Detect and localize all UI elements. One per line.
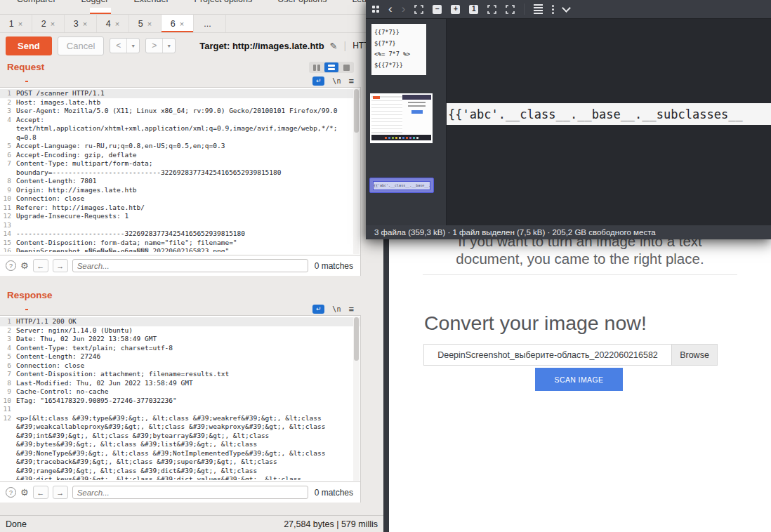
image-viewer-status-bar: 3 файла (359,3 kB) · 1 файл выделен (7,5… (366, 225, 771, 239)
scrollbar-thumb[interactable] (354, 317, 359, 361)
request-scrollbar[interactable] (353, 88, 360, 254)
burp-main-tab[interactable] (111, 8, 132, 14)
word-wrap-icon[interactable]: ↵ (312, 305, 324, 314)
response-scrollbar[interactable] (353, 317, 360, 481)
gear-icon[interactable]: ⚙ (20, 487, 29, 498)
grid-view-icon[interactable] (372, 6, 379, 13)
line-text: POST /scanner HTTP/1.1 (16, 89, 105, 98)
convert-heading: Convert your image now! (424, 312, 647, 335)
nav-back-icon[interactable]: ‹ (388, 3, 393, 15)
search-next-button[interactable]: → (53, 259, 68, 272)
response-view-tab[interactable] (25, 307, 28, 310)
chevron-down-icon[interactable]: ▼ (126, 39, 139, 53)
nav-forward-icon[interactable]: › (402, 3, 406, 15)
repeater-tab[interactable]: 3× (65, 15, 97, 32)
editor-menu-icon[interactable]: ≡ (348, 76, 354, 86)
panel-splitter[interactable] (0, 276, 383, 286)
columns-layout-icon[interactable] (310, 62, 324, 72)
line-text: q=0.8 (16, 133, 37, 142)
response-view-tab[interactable] (62, 307, 65, 310)
browse-button[interactable]: Browse (671, 345, 717, 365)
burp-main-tabs (0, 8, 383, 15)
response-editor[interactable]: 1HTTP/1.1 200 OK 2Server: nginx/1.14.0 (… (0, 315, 361, 482)
close-tab-icon[interactable]: × (180, 20, 184, 28)
collapse-icon[interactable] (562, 4, 571, 13)
search-input[interactable] (72, 259, 308, 272)
zoom-out-icon[interactable]: − (433, 5, 442, 14)
request-view-tab[interactable] (7, 79, 10, 82)
burp-top-tab[interactable]: Extender (134, 0, 169, 4)
search-next-button[interactable]: → (53, 486, 68, 499)
close-tab-icon[interactable]: × (51, 20, 55, 28)
request-view-tab[interactable] (25, 79, 28, 82)
burp-main-tab[interactable] (90, 8, 111, 14)
response-view-tab[interactable] (7, 307, 10, 310)
line-text: Content-Disposition: form-data; name="fi… (16, 239, 237, 248)
mini-webpage-pane (402, 95, 431, 135)
zoom-original-icon[interactable]: 1 (469, 5, 478, 14)
help-icon[interactable]: ? (6, 260, 16, 271)
burp-main-tab[interactable] (48, 8, 69, 14)
request-view-tabs: ↵ \n ≡ (0, 74, 361, 87)
scrollbar-thumb[interactable] (354, 89, 359, 133)
chevron-down-icon[interactable]: ▼ (162, 39, 175, 53)
fit-window-icon[interactable] (414, 5, 423, 14)
help-icon[interactable]: ? (6, 487, 16, 498)
word-wrap-icon[interactable]: ↵ (312, 77, 324, 86)
thumbnail-screenshot[interactable] (370, 93, 433, 143)
burp-main-tab[interactable] (69, 8, 90, 14)
rows-layout-icon[interactable] (324, 62, 338, 72)
fit-width-icon[interactable] (487, 5, 496, 14)
line-text: Cache-Control: no-cache (16, 387, 109, 397)
line-number (0, 124, 11, 133)
newline-toggle-icon[interactable]: \n (332, 77, 341, 85)
search-prev-button[interactable]: ← (33, 259, 48, 272)
line-number: 1 (0, 317, 11, 326)
line-number: 2 (0, 326, 11, 335)
zoomed-image-band: {{'abc'.__class__.__base__.__subclasses_… (447, 103, 771, 125)
editor-menu-icon[interactable]: ≡ (348, 304, 354, 314)
scan-image-button[interactable]: SCAN IMAGE (535, 368, 623, 391)
file-input[interactable]: DeepinScreenshot_выберите-область_202206… (423, 344, 718, 366)
image-canvas[interactable]: {{'abc'.__class__.__base__.__subclasses_… (447, 19, 771, 225)
thumbnail-selected-image[interactable]: {{'abc'.__class__.__base__.__subclasses_… (369, 178, 434, 193)
repeater-tab[interactable]: 6× (162, 15, 194, 32)
response-view-tab[interactable] (44, 307, 46, 310)
repeater-tab[interactable]: 5× (129, 15, 162, 32)
single-layout-icon[interactable] (339, 62, 353, 72)
fill-window-icon[interactable] (506, 5, 515, 14)
close-tab-icon[interactable]: × (18, 20, 22, 28)
request-line: 4Accept: (0, 116, 360, 125)
close-tab-icon[interactable]: × (147, 20, 152, 28)
send-button[interactable]: Send (6, 36, 52, 55)
burp-top-tab[interactable]: User options (277, 0, 327, 4)
edit-target-pencil-icon[interactable]: ✎ (330, 41, 338, 51)
repeater-tab[interactable]: 2× (32, 15, 65, 32)
list-view-icon[interactable] (534, 4, 543, 14)
thumbnail-text-file[interactable]: {{7*7}}${7*7}<%= 7*7 %>${{7*7}} (371, 24, 426, 75)
close-tab-icon[interactable]: × (115, 20, 119, 28)
repeater-tab[interactable]: ... (194, 15, 226, 32)
burp-main-tab[interactable] (132, 8, 153, 14)
burp-top-tab[interactable]: Project options (195, 0, 253, 4)
history-back-split-button[interactable]: < ▼ (110, 38, 140, 53)
more-options-icon[interactable] (552, 5, 554, 14)
newline-toggle-icon[interactable]: \n (332, 305, 341, 313)
repeater-tab[interactable]: 1× (0, 15, 32, 32)
burp-main-tab[interactable] (27, 8, 48, 14)
history-forward-split-button[interactable]: > ▼ (145, 38, 176, 53)
burp-top-tab[interactable]: Logger (81, 0, 109, 4)
close-tab-icon[interactable]: × (83, 20, 87, 28)
request-editor[interactable]: 1POST /scanner HTTP/1.1 2Host: images.la… (0, 87, 361, 255)
search-prev-button[interactable]: ← (33, 486, 48, 499)
search-input[interactable] (72, 486, 308, 499)
burp-main-tab[interactable] (6, 8, 27, 14)
request-view-tab[interactable] (44, 79, 46, 82)
line-text: Host: images.late.htb (16, 98, 100, 107)
repeater-tab[interactable]: 4× (97, 15, 129, 32)
burp-top-tab[interactable]: Comparer (17, 0, 56, 4)
line-text: Referer: http://images.late.htb/ (16, 204, 145, 213)
cancel-button[interactable]: Cancel (58, 36, 104, 55)
zoom-in-icon[interactable]: + (451, 5, 460, 14)
gear-icon[interactable]: ⚙ (20, 260, 29, 271)
